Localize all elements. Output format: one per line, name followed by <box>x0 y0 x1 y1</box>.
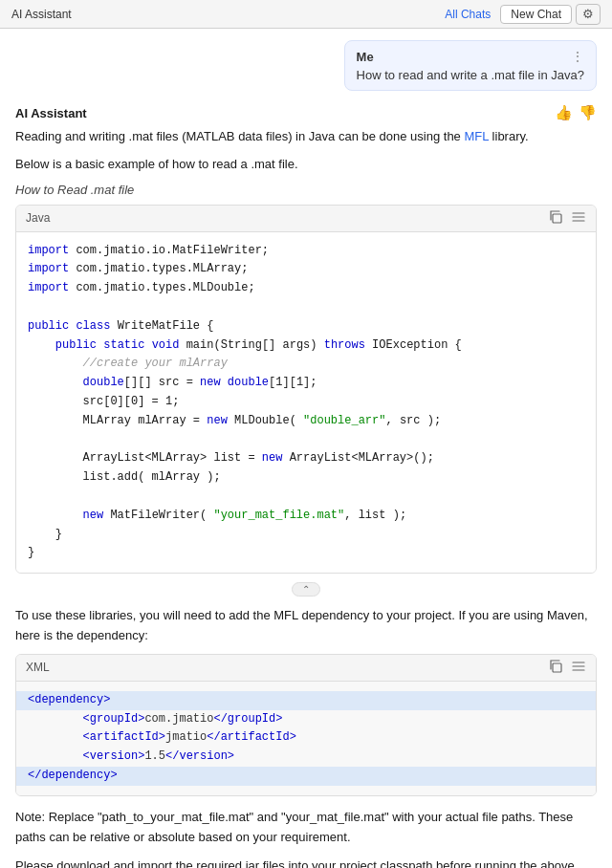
java-code-header: Java <box>16 206 596 232</box>
xml-code-body: <dependency> <groupId>com.jmatio</groupI… <box>16 682 596 795</box>
app-header: AI Assistant All Chats New Chat ⚙ <box>0 0 612 29</box>
java-lang-label: Java <box>26 211 50 225</box>
ai-response-actions: 👍 👎 <box>555 104 597 121</box>
copy-xml-button[interactable] <box>548 659 563 677</box>
xml-code-block: XML <box>15 654 597 796</box>
gear-icon: ⚙ <box>582 7 594 21</box>
ai-response: AI Assistant 👍 👎 Reading and writing .ma… <box>15 104 597 868</box>
user-menu-icon[interactable]: ⋮ <box>571 49 584 64</box>
xml-lang-label: XML <box>26 661 50 674</box>
mfl-link[interactable]: MFL <box>464 129 489 143</box>
svg-rect-4 <box>553 663 561 672</box>
xml-code-actions <box>548 659 586 677</box>
ai-response-title: AI Assistant <box>15 106 87 120</box>
user-message: Me ⋮ How to read and write a .mat file i… <box>15 40 597 91</box>
expand-icon <box>571 209 586 225</box>
ai-note2: Please download and import the required … <box>15 857 597 868</box>
header-actions: All Chats New Chat ⚙ <box>439 4 601 25</box>
copy-xml-icon <box>548 659 563 674</box>
user-label: Me <box>357 50 374 64</box>
collapse-arrow-button[interactable]: ⌃ <box>292 582 320 597</box>
ai-intro-text: Reading and writing .mat files (MATLAB d… <box>15 127 597 147</box>
thumbdown-icon: 👎 <box>579 104 597 120</box>
expand-xml-button[interactable] <box>571 659 586 677</box>
ai-para2: Below is a basic example of how to read … <box>15 155 597 175</box>
chat-area: Me ⋮ How to read and write a .mat file i… <box>0 29 612 868</box>
java-code-actions <box>548 209 586 228</box>
thumbup-button[interactable]: 👍 <box>555 104 573 121</box>
user-bubble-header: Me ⋮ <box>357 49 584 64</box>
new-chat-button[interactable]: New Chat <box>500 5 572 24</box>
xml-code-header: XML <box>16 655 596 682</box>
user-message-text: How to read and write a .mat file in Jav… <box>357 68 584 82</box>
java-code-block: Java <box>15 205 597 575</box>
thumbup-icon: 👍 <box>555 104 573 120</box>
ai-section-title: How to Read .mat file <box>15 183 597 197</box>
copy-icon <box>548 209 563 225</box>
app-title: AI Assistant <box>11 8 72 21</box>
settings-button[interactable]: ⚙ <box>576 4 601 25</box>
ai-note1: Note: Replace "path_to_your_mat_file.mat… <box>15 808 597 848</box>
expand-xml-icon <box>571 659 586 674</box>
all-chats-button[interactable]: All Chats <box>439 6 496 23</box>
thumbdown-button[interactable]: 👎 <box>579 104 597 121</box>
ai-response-header: AI Assistant 👍 👎 <box>15 104 597 121</box>
svg-rect-0 <box>553 214 561 223</box>
copy-java-button[interactable] <box>548 209 563 228</box>
user-bubble: Me ⋮ How to read and write a .mat file i… <box>344 40 597 91</box>
ai-after-java: To use these libraries, you will need to… <box>15 606 597 646</box>
expand-java-button[interactable] <box>571 209 586 228</box>
collapse-arrow-wrapper: ⌃ <box>15 581 597 597</box>
java-code-body: import com.jmatio.io.MatFileWriter; impo… <box>16 232 596 574</box>
